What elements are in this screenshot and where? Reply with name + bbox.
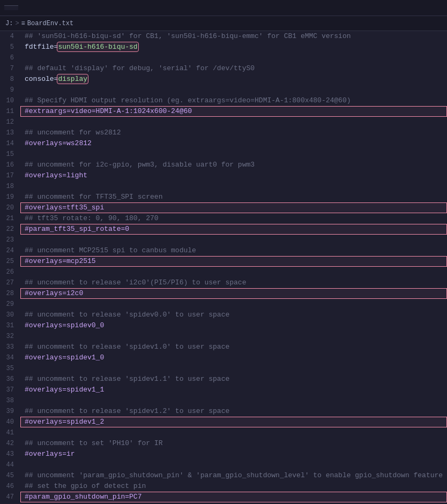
breadcrumb-icon: ≡ bbox=[21, 20, 25, 27]
line-16: 16## uncomment for i2c-gpio, pwm3, disab… bbox=[0, 160, 447, 170]
line-number: 15 bbox=[0, 149, 20, 160]
line-21: 21## tft35 rotate: 0, 90, 180, 270 bbox=[0, 213, 447, 224]
title-bar bbox=[0, 0, 447, 16]
line-number: 12 bbox=[0, 117, 20, 127]
line-22: 22#param_tft35_spi_rotate=0 bbox=[0, 224, 447, 235]
line-14: 14#overlays=ws2812 bbox=[0, 138, 447, 149]
line-content: #overlays=ir bbox=[20, 449, 447, 460]
line-7: 7## default 'display' for debug, 'serial… bbox=[0, 63, 447, 74]
line-29: 29 bbox=[0, 299, 447, 310]
line-31: 31#overlays=spidev0_0 bbox=[0, 320, 447, 331]
line-number: 28 bbox=[0, 288, 20, 299]
line-content: fdtfile=sun50i-h616-biqu-sd bbox=[20, 42, 447, 52]
line-40: 40#overlays=spidev1_2 bbox=[0, 417, 447, 427]
line-number: 42 bbox=[0, 438, 20, 449]
line-content: ## uncomment to release 'spidev1.1' to u… bbox=[20, 374, 447, 385]
editor-tab[interactable] bbox=[4, 5, 18, 10]
line-number: 27 bbox=[0, 277, 20, 288]
line-content: ## 'sun50i-h616-biqu-sd' for CB1, 'sun50… bbox=[20, 31, 447, 42]
line-number: 34 bbox=[0, 352, 20, 363]
line-content: ## uncomment MCP2515 spi to canbus modul… bbox=[20, 245, 447, 256]
line-20: 20#overlays=tft35_spi bbox=[0, 202, 447, 213]
line-44: 44 bbox=[0, 460, 447, 470]
breadcrumb: J: > ≡ BoardEnv.txt bbox=[0, 16, 447, 31]
line-content: #overlays=i2c0 bbox=[20, 288, 447, 299]
line-number: 16 bbox=[0, 160, 20, 170]
line-content: ## uncomment 'param_gpio_shutdown_pin' &… bbox=[20, 470, 447, 481]
line-37: 37#overlays=spidev1_1 bbox=[0, 385, 447, 395]
line-number: 23 bbox=[0, 235, 20, 245]
line-content: ## default 'display' for debug, 'serial'… bbox=[20, 63, 447, 74]
line-content: #param_tft35_spi_rotate=0 bbox=[20, 224, 447, 235]
line-number: 37 bbox=[0, 385, 20, 395]
line-28: 28#overlays=i2c0 bbox=[0, 288, 447, 299]
line-number: 26 bbox=[0, 267, 20, 277]
line-content: ## uncomment to release 'spidev1.0' to u… bbox=[20, 342, 447, 352]
line-5: 5fdtfile=sun50i-h616-biqu-sd bbox=[0, 42, 447, 52]
line-36: 36## uncomment to release 'spidev1.1' to… bbox=[0, 374, 447, 385]
line-number: 35 bbox=[0, 363, 20, 374]
line-content: ## uncomment for ws2812 bbox=[20, 127, 447, 138]
line-32: 32 bbox=[0, 331, 447, 342]
line-number: 30 bbox=[0, 310, 20, 320]
line-number: 5 bbox=[0, 42, 20, 52]
line-content: ## uncomment to set 'PH10' for IR bbox=[20, 438, 447, 449]
line-30: 30## uncomment to release 'spidev0.0' to… bbox=[0, 310, 447, 320]
line-number: 10 bbox=[0, 95, 20, 106]
line-number: 9 bbox=[0, 85, 20, 95]
line-42: 42## uncomment to set 'PH10' for IR bbox=[0, 438, 447, 449]
line-number: 47 bbox=[0, 492, 20, 502]
line-43: 43#overlays=ir bbox=[0, 449, 447, 460]
line-35: 35 bbox=[0, 363, 447, 374]
line-number: 31 bbox=[0, 320, 20, 331]
line-content: ## tft35 rotate: 0, 90, 180, 270 bbox=[20, 213, 447, 224]
line-34: 34#overlays=spidev1_0 bbox=[0, 352, 447, 363]
line-number: 33 bbox=[0, 342, 20, 352]
line-content: ## uncomment for i2c-gpio, pwm3, disable… bbox=[20, 160, 447, 170]
line-content: #overlays=light bbox=[20, 170, 447, 181]
line-content: #extraargs=video=HDMI-A-1:1024x600-24@60 bbox=[20, 106, 447, 117]
line-content: ## Specify HDMI output resolution (eg. e… bbox=[20, 95, 447, 106]
line-27: 27## uncomment to release 'i2c0'(PI5/PI6… bbox=[0, 277, 447, 288]
line-number: 17 bbox=[0, 170, 20, 181]
line-content: #overlays=mcp2515 bbox=[20, 256, 447, 267]
line-12: 12 bbox=[0, 117, 447, 127]
line-number: 45 bbox=[0, 470, 20, 481]
line-number: 11 bbox=[0, 106, 20, 117]
line-content: ## uncomment for TFT35_SPI screen bbox=[20, 192, 447, 202]
line-number: 22 bbox=[0, 224, 20, 235]
line-number: 8 bbox=[0, 74, 20, 85]
line-number: 40 bbox=[0, 417, 20, 427]
breadcrumb-file: BoardEnv.txt bbox=[27, 20, 73, 27]
line-15: 15 bbox=[0, 149, 447, 160]
line-content: #param_gpio_shutdown_pin=PC7 bbox=[20, 492, 447, 502]
line-number: 46 bbox=[0, 481, 20, 492]
line-number: 4 bbox=[0, 31, 20, 42]
line-number: 29 bbox=[0, 299, 20, 310]
line-content: #overlays=spidev1_1 bbox=[20, 385, 447, 395]
line-number: 19 bbox=[0, 192, 20, 202]
line-18: 18 bbox=[0, 181, 447, 192]
line-number: 44 bbox=[0, 460, 20, 470]
line-number: 18 bbox=[0, 181, 20, 192]
line-45: 45## uncomment 'param_gpio_shutdown_pin'… bbox=[0, 470, 447, 481]
line-39: 39## uncomment to release 'spidev1.2' to… bbox=[0, 406, 447, 417]
editor: 4## 'sun50i-h616-biqu-sd' for CB1, 'sun5… bbox=[0, 31, 447, 504]
line-8: 8console=display bbox=[0, 74, 447, 85]
line-number: 32 bbox=[0, 331, 20, 342]
line-6: 6 bbox=[0, 52, 447, 63]
line-number: 36 bbox=[0, 374, 20, 385]
line-number: 38 bbox=[0, 395, 20, 406]
line-content: #overlays=ws2812 bbox=[20, 138, 447, 149]
breadcrumb-sep-1: > bbox=[15, 20, 19, 27]
line-number: 43 bbox=[0, 449, 20, 460]
line-content: ## uncomment to release 'i2c0'(PI5/PI6) … bbox=[20, 277, 447, 288]
line-content: ## uncomment to release 'spidev0.0' to u… bbox=[20, 310, 447, 320]
line-content: #overlays=spidev0_0 bbox=[20, 320, 447, 331]
line-17: 17#overlays=light bbox=[0, 170, 447, 181]
line-33: 33## uncomment to release 'spidev1.0' to… bbox=[0, 342, 447, 352]
line-content: ## set the gpio of detect pin bbox=[20, 481, 447, 492]
line-content: #overlays=tft35_spi bbox=[20, 202, 447, 213]
line-number: 6 bbox=[0, 52, 20, 63]
line-content: #overlays=spidev1_0 bbox=[20, 352, 447, 363]
